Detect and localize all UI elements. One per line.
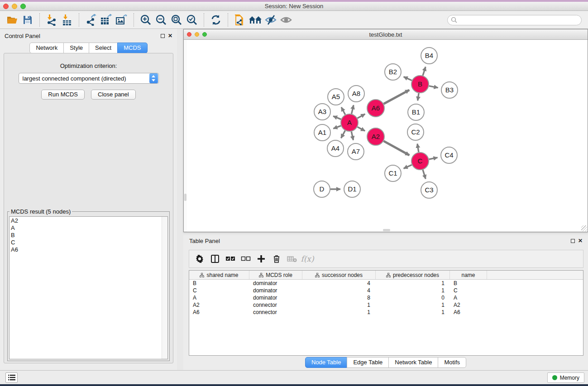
edge-C-C1[interactable]: [404, 165, 412, 168]
open-session-icon[interactable]: [5, 13, 20, 27]
network-window-titlebar[interactable]: testGlobe.txt: [184, 29, 588, 40]
table-cell[interactable]: 1: [376, 287, 450, 294]
add-column-icon[interactable]: [254, 252, 268, 266]
edge-A-A4[interactable]: [341, 131, 345, 138]
edge-C-C4[interactable]: [429, 157, 438, 159]
new-network-icon[interactable]: [232, 13, 248, 27]
column-header-MCDS-role[interactable]: MCDS role: [249, 271, 302, 279]
table-cell[interactable]: 4: [302, 280, 376, 287]
node-C[interactable]: C: [411, 152, 429, 170]
tab-motifs[interactable]: Motifs: [438, 357, 466, 368]
table-cell[interactable]: A2: [450, 301, 487, 309]
float-table-panel-icon[interactable]: [571, 239, 575, 243]
run-mcds-button[interactable]: Run MCDS: [41, 90, 85, 100]
export-table-icon[interactable]: [99, 13, 114, 27]
table-cell[interactable]: C: [450, 287, 487, 294]
table-cell[interactable]: connector: [249, 309, 302, 316]
apply-layout-icon[interactable]: [208, 13, 224, 27]
edge-B-B2[interactable]: [404, 77, 412, 81]
zoom-fit-icon[interactable]: [169, 13, 184, 27]
table-cell[interactable]: A6: [189, 309, 249, 316]
node-A6[interactable]: A6: [367, 100, 384, 117]
tab-node-table[interactable]: Node Table: [305, 357, 348, 368]
memory-button[interactable]: Memory: [547, 372, 584, 383]
node-A8[interactable]: A8: [348, 86, 364, 102]
zoom-out-icon[interactable]: [153, 13, 169, 27]
mcds-result-item[interactable]: A2: [11, 217, 167, 224]
zoom-in-icon[interactable]: [138, 13, 153, 27]
table-cell[interactable]: dominator: [249, 294, 302, 301]
node-B4[interactable]: B4: [421, 48, 437, 64]
export-image-icon[interactable]: [114, 13, 129, 27]
node-A[interactable]: A: [341, 114, 358, 131]
table-options-icon[interactable]: [193, 252, 206, 266]
close-panel-icon[interactable]: ✕: [168, 34, 172, 38]
table-row[interactable]: A6connector11A6: [189, 309, 583, 316]
function-builder-icon[interactable]: f(x): [301, 252, 314, 266]
mcds-result-item[interactable]: B: [11, 232, 167, 239]
import-table-icon[interactable]: [59, 13, 75, 27]
table-row[interactable]: Adominator80A: [189, 294, 583, 301]
mcds-result-item[interactable]: A: [11, 224, 167, 232]
edge-A-A6[interactable]: [358, 114, 365, 118]
show-columns-icon[interactable]: [208, 252, 222, 266]
node-C1[interactable]: C1: [385, 165, 401, 181]
tab-select[interactable]: Select: [89, 43, 118, 53]
close-panel-button[interactable]: Close panel: [91, 90, 136, 100]
table-cell[interactable]: B: [450, 280, 487, 287]
edge-B-B3[interactable]: [429, 86, 438, 88]
zoom-selected-icon[interactable]: [184, 13, 200, 27]
tab-edge-table[interactable]: Edge Table: [347, 357, 389, 368]
tab-network[interactable]: Network: [29, 43, 64, 53]
table-row[interactable]: Bdominator41B: [189, 280, 583, 287]
show-selected-icon[interactable]: [278, 13, 294, 27]
edge-A6-B[interactable]: [384, 90, 410, 104]
table-cell[interactable]: A2: [189, 301, 249, 309]
node-A7[interactable]: A7: [348, 143, 364, 160]
deselect-all-checkboxes-icon[interactable]: [239, 252, 253, 266]
float-panel-icon[interactable]: [161, 34, 165, 38]
import-network-icon[interactable]: [44, 13, 59, 27]
node-B2[interactable]: B2: [385, 64, 401, 80]
table-cell[interactable]: A: [189, 294, 249, 301]
mcds-result-list[interactable]: A2ABCA6: [9, 216, 168, 359]
table-cell[interactable]: C: [189, 287, 249, 294]
table-cell[interactable]: 4: [302, 287, 376, 294]
table-row[interactable]: A2connector11A2: [189, 301, 583, 309]
node-C3[interactable]: C3: [421, 182, 437, 198]
delete-table-icon[interactable]: [285, 252, 299, 266]
table-cell[interactable]: dominator: [249, 287, 302, 294]
column-header-predecessor-nodes[interactable]: predecessor nodes: [376, 271, 450, 279]
table-cell[interactable]: 1: [376, 309, 450, 316]
network-canvas[interactable]: AA1A2A3A4A5A6A7A8BB1B2B3B4CC1C2C3C4DD1: [184, 40, 588, 232]
edge-C-C2[interactable]: [417, 144, 419, 152]
table-cell[interactable]: 1: [376, 301, 450, 309]
edge-A-A1[interactable]: [333, 126, 341, 129]
show-all-networks-icon[interactable]: [248, 13, 263, 27]
node-A4[interactable]: A4: [327, 140, 344, 157]
search-input[interactable]: [457, 16, 581, 24]
node-A3[interactable]: A3: [314, 104, 330, 120]
node-B1[interactable]: B1: [408, 104, 424, 120]
edge-B-B4[interactable]: [423, 67, 425, 76]
edge-B-B1[interactable]: [418, 93, 419, 100]
close-table-panel-icon[interactable]: ✕: [578, 239, 583, 243]
table-cell[interactable]: 0: [376, 294, 450, 301]
node-B3[interactable]: B3: [441, 82, 458, 98]
column-header-shared-name[interactable]: shared name: [189, 271, 249, 279]
column-header-successor-nodes[interactable]: successor nodes: [302, 271, 376, 279]
node-B[interactable]: B: [411, 76, 429, 93]
table-row[interactable]: Cdominator41C: [189, 287, 583, 294]
export-network-icon[interactable]: [83, 13, 99, 27]
node-C4[interactable]: C4: [441, 147, 457, 163]
mcds-result-item[interactable]: C: [11, 239, 167, 246]
optimization-criterion-select[interactable]: largest connected component (directed): [19, 73, 159, 84]
table-cell[interactable]: connector: [249, 301, 302, 309]
node-D[interactable]: D: [314, 181, 330, 197]
table-cell[interactable]: 8: [302, 294, 376, 301]
edge-A-A3[interactable]: [333, 116, 341, 119]
tab-network-table[interactable]: Network Table: [388, 357, 438, 368]
edge-A-A2[interactable]: [358, 127, 365, 131]
table-cell[interactable]: A6: [450, 309, 487, 316]
save-session-icon[interactable]: [20, 13, 35, 27]
